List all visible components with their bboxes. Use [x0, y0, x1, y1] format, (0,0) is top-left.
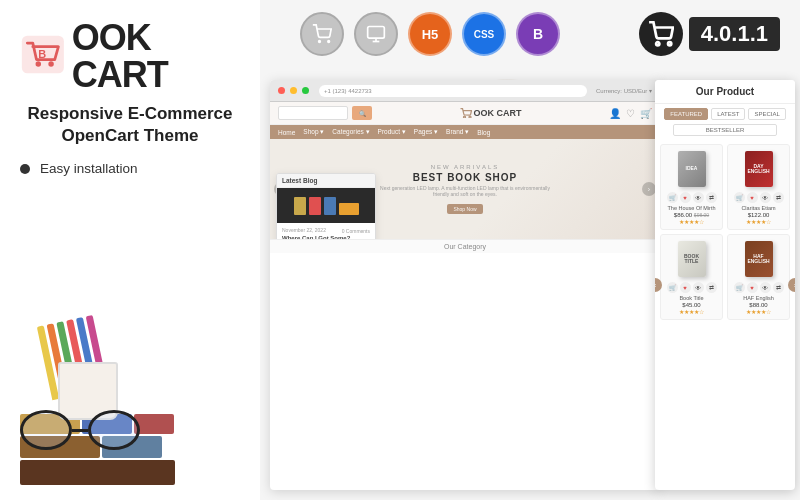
nav-shop[interactable]: Shop	[303, 128, 324, 136]
html5-badge: H5	[408, 12, 452, 56]
maximize-dot	[302, 87, 309, 94]
tab-featured[interactable]: FEATURED	[664, 108, 708, 120]
version-area: 4.0.1.1	[639, 12, 780, 56]
account-icon[interactable]: 👤	[609, 108, 621, 119]
hero-next-button[interactable]: ›	[642, 182, 656, 196]
wishlist-icon-1[interactable]: ♥	[680, 192, 691, 203]
hero-description: Next generation LED lamp. A multi-functi…	[380, 185, 550, 197]
add-to-cart-icon-2[interactable]: 🛒	[734, 192, 745, 203]
quickview-icon-1[interactable]: 👁	[693, 192, 704, 203]
hero-banner: ‹ New Arrivals BEST BOOK SHOP Next gener…	[270, 139, 660, 239]
blog-book-3	[324, 197, 336, 215]
products-grid: IDEA 🛒 ♥ 👁 ⇄ The House Of Mirth $86.00 $…	[655, 140, 795, 324]
nav-blog[interactable]: Blog	[477, 129, 490, 136]
product-panel-next[interactable]: ›	[788, 278, 795, 292]
shop-now-button[interactable]: Shop Now	[447, 204, 482, 214]
feature-item-easy-install: Easy installation	[20, 161, 240, 176]
wishlist-icon-3[interactable]: ♥	[680, 282, 691, 293]
compare-icon-4[interactable]: ⇄	[773, 282, 784, 293]
css3-badge: CSS	[462, 12, 506, 56]
svg-rect-6	[368, 27, 385, 39]
blog-apple	[339, 203, 359, 215]
bootstrap-badge: B	[516, 12, 560, 56]
wishlist-icon[interactable]: ♡	[626, 108, 635, 119]
store-nav: Home Shop Categories Product Pages Brand…	[270, 125, 660, 139]
product-img-4: HAF ENGLISH	[732, 239, 785, 279]
svg-point-2	[48, 61, 53, 66]
blog-book-1	[294, 197, 306, 215]
product-img-1: IDEA	[665, 149, 718, 189]
product-card-1: IDEA 🛒 ♥ 👁 ⇄ The House Of Mirth $86.00 $…	[660, 144, 723, 230]
version-circle-icon	[639, 12, 683, 56]
hero-text-block: New Arrivals BEST BOOK SHOP Next generat…	[380, 164, 550, 215]
tagline: Responsive E-Commerce OpenCart Theme	[20, 103, 240, 147]
product-name-4: HAF English	[732, 295, 785, 301]
product-card-3: BOOK TITLE 🛒 ♥ 👁 ⇄ Book Title $45.00 ★★★…	[660, 234, 723, 320]
nav-pages[interactable]: Pages	[414, 128, 438, 136]
quickview-icon-4[interactable]: 👁	[760, 282, 771, 293]
header-icons: 👤 ♡ 🛒	[609, 108, 652, 119]
compare-icon-2[interactable]: ⇄	[773, 192, 784, 203]
left-panel: B OOK CART Responsive E-Commerce OpenCar…	[0, 0, 260, 500]
browser-mockup: +1 (123) 4422733 Currency: USD/Eur ▾ 🔍 O…	[270, 80, 660, 490]
blog-content: November 22, 2022 0 Comments Where Can I…	[277, 223, 375, 239]
right-panel: 10	[260, 0, 800, 500]
wishlist-icon-4[interactable]: ♥	[747, 282, 758, 293]
svg-point-5	[328, 41, 330, 43]
nav-home[interactable]: Home	[278, 129, 295, 136]
product-name-1: The House Of Mirth	[665, 205, 718, 211]
tab-bestseller[interactable]: BESTSELLER	[673, 124, 777, 136]
tab-special[interactable]: SPECIAL	[748, 108, 785, 120]
product-name-2: Claritas Etiam	[732, 205, 785, 211]
hero-title: BEST BOOK SHOP	[380, 172, 550, 183]
blog-comments: 0 Comments	[342, 228, 370, 234]
minimize-dot	[290, 87, 297, 94]
nav-categories[interactable]: Categories	[332, 128, 369, 136]
product-img-3: BOOK TITLE	[665, 239, 718, 279]
product-actions-3: 🛒 ♥ 👁 ⇄	[665, 282, 718, 293]
book-cover-1: IDEA	[678, 151, 706, 187]
blog-date: November 22, 2022	[282, 227, 326, 233]
url-bar: +1 (123) 4422733	[319, 85, 587, 97]
compare-icon-1[interactable]: ⇄	[706, 192, 717, 203]
nav-brand[interactable]: Brand	[446, 128, 469, 136]
blog-thumbnail	[277, 188, 375, 223]
blog-book-2	[309, 197, 321, 215]
product-actions-1: 🛒 ♥ 👁 ⇄	[665, 192, 718, 203]
svg-point-11	[463, 116, 465, 118]
wishlist-icon-2[interactable]: ♥	[747, 192, 758, 203]
add-to-cart-icon-3[interactable]: 🛒	[667, 282, 678, 293]
add-to-cart-icon-4[interactable]: 🛒	[734, 282, 745, 293]
quickview-icon-2[interactable]: 👁	[760, 192, 771, 203]
product-img-2: DAY ENGLISH	[732, 149, 785, 189]
store-header: 🔍 OOK CART 👤 ♡ 🛒	[270, 102, 660, 125]
tab-latest[interactable]: LATEST	[711, 108, 745, 120]
cart-badge	[300, 12, 344, 56]
product-stars-2: ★★★★☆	[732, 218, 785, 225]
stationery-image	[20, 295, 230, 485]
hero-subtitle: New Arrivals	[380, 164, 550, 170]
our-category-label: Our Category	[270, 239, 660, 253]
browser-bar: +1 (123) 4422733 Currency: USD/Eur ▾	[270, 80, 660, 102]
search-button[interactable]: 🔍	[352, 106, 372, 120]
svg-point-4	[319, 41, 321, 43]
search-box[interactable]	[278, 106, 348, 120]
product-actions-4: 🛒 ♥ 👁 ⇄	[732, 282, 785, 293]
book-cover-2: DAY ENGLISH	[745, 151, 773, 187]
logo-text: OOK CART	[72, 15, 240, 93]
blog-widget: Latest Blog November 22, 2022	[276, 173, 376, 239]
book-cover-4: HAF ENGLISH	[745, 241, 773, 277]
top-icons-bar: H5 CSS B 4.0.1.1	[300, 12, 780, 56]
close-dot	[278, 87, 285, 94]
quickview-icon-3[interactable]: 👁	[693, 282, 704, 293]
currency-selector: Currency: USD/Eur ▾	[596, 87, 652, 94]
cart-header-icon[interactable]: 🛒	[640, 108, 652, 119]
nav-product[interactable]: Product	[378, 128, 406, 136]
product-panel: ‹ Our Product FEATURED LATEST SPECIAL BE…	[655, 80, 795, 490]
screen-badge	[354, 12, 398, 56]
tech-badges: H5 CSS B	[300, 12, 560, 56]
compare-icon-3[interactable]: ⇄	[706, 282, 717, 293]
add-to-cart-icon-1[interactable]: 🛒	[667, 192, 678, 203]
product-tabs: FEATURED LATEST SPECIAL	[655, 104, 795, 124]
blog-post-title: Where Can I Got Some?	[282, 235, 370, 239]
